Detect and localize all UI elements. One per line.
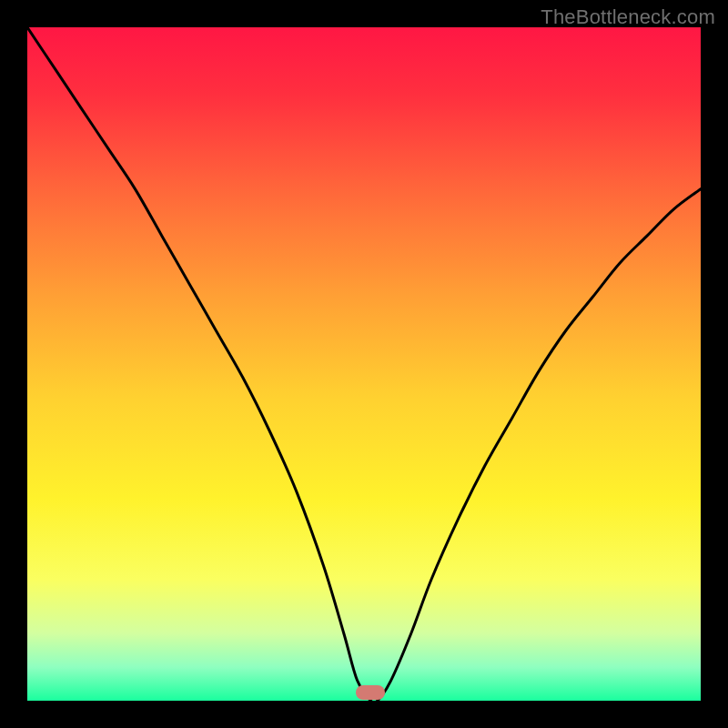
gradient-background xyxy=(27,27,701,701)
optimal-marker xyxy=(356,685,385,700)
plot-svg xyxy=(27,27,701,701)
plot-area xyxy=(27,27,701,701)
chart-frame: TheBottleneck.com xyxy=(0,0,728,728)
watermark-text: TheBottleneck.com xyxy=(541,5,715,29)
